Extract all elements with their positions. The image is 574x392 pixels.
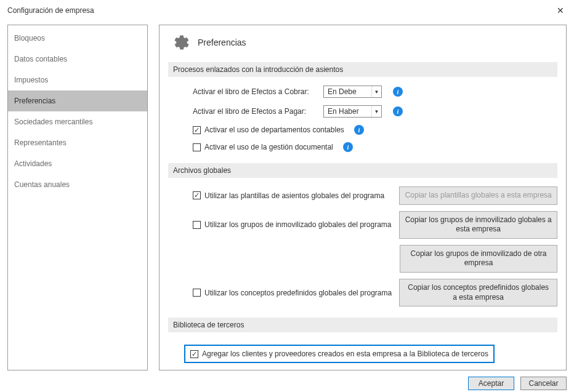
chevron-down-icon: ▼: [371, 106, 381, 117]
checkbox-plantillas[interactable]: [193, 191, 201, 199]
sidebar: Bloqueos Datos contables Impuestos Prefe…: [7, 25, 148, 370]
info-icon[interactable]: i: [393, 87, 403, 97]
gear-icon: [173, 34, 190, 51]
row-gestion-documental: Activar el uso de la gestión documental …: [168, 142, 557, 152]
highlight-biblioteca: Agregar los clientes y proveedores cread…: [184, 345, 495, 363]
sidebar-item-actividades[interactable]: Actividades: [8, 153, 147, 174]
row-conceptos: Utilizar los conceptos predefinidos glob…: [168, 279, 557, 306]
checkbox-inmovilizado[interactable]: [193, 221, 201, 229]
row-efectos-cobrar: Activar el libro de Efectos a Cobrar: En…: [168, 86, 557, 98]
window-title: Configuración de empresa: [7, 6, 94, 15]
row-efectos-pagar: Activar el libro de Efectos a Pagar: En …: [168, 105, 557, 118]
label-gestion-documental: Activar el uso de la gestión documental: [204, 143, 333, 151]
accept-button[interactable]: Aceptar: [468, 377, 514, 390]
checkbox-gestion-documental[interactable]: [193, 143, 201, 151]
sidebar-item-bloqueos[interactable]: Bloqueos: [8, 28, 147, 49]
select-value: En Haber: [324, 107, 371, 116]
sidebar-item-sociedades[interactable]: Sociedades mercantiles: [8, 111, 147, 132]
label-conceptos: Utilizar los conceptos predefinidos glob…: [204, 289, 392, 297]
checkbox-conceptos[interactable]: [193, 289, 201, 297]
sidebar-item-cuentas-anuales[interactable]: Cuentas anuales: [8, 174, 147, 195]
main-area: Bloqueos Datos contables Impuestos Prefe…: [0, 21, 574, 370]
copy-inmovilizado-global-button[interactable]: Copiar los grupos de inmovilizado global…: [399, 211, 557, 239]
select-efectos-cobrar[interactable]: En Debe ▼: [323, 86, 382, 98]
content-header: Preferencias: [173, 34, 557, 51]
copy-inmovilizado-otra-button[interactable]: Copiar los grupos de inmovilizado de otr…: [400, 245, 557, 273]
label-efectos-cobrar: Activar el libro de Efectos a Cobrar:: [193, 87, 316, 96]
section-header-biblioteca: Biblioteca de terceros: [168, 318, 557, 332]
row-inmovilizado: Utilizar los grupos de inmovilizado glob…: [168, 211, 557, 239]
label-efectos-pagar: Activar el libro de Efectos a Pagar:: [193, 107, 316, 116]
copy-plantillas-button: Copiar las plantillas globales a esta em…: [399, 186, 557, 205]
sidebar-item-datos-contables[interactable]: Datos contables: [8, 49, 147, 70]
label-plantillas: Utilizar las plantillas de asientos glob…: [204, 191, 384, 200]
label-inmovilizado: Utilizar los grupos de inmovilizado glob…: [204, 220, 392, 229]
row-inmovilizado-otra: Copiar los grupos de inmovilizado de otr…: [400, 245, 557, 273]
checkbox-departamentos[interactable]: [193, 126, 201, 134]
section-header-archivos: Archivos globales: [168, 163, 557, 178]
section-header-procesos: Procesos enlazados con la introducción d…: [168, 62, 557, 77]
chevron-down-icon: ▼: [371, 86, 381, 97]
content-panel: Preferencias Procesos enlazados con la i…: [159, 25, 567, 370]
page-title: Preferencias: [198, 38, 246, 47]
info-icon[interactable]: i: [354, 125, 364, 135]
select-efectos-pagar[interactable]: En Haber ▼: [323, 105, 382, 118]
info-icon[interactable]: i: [393, 106, 403, 116]
sidebar-item-preferencias[interactable]: Preferencias: [8, 90, 147, 111]
label-biblioteca: Agregar los clientes y proveedores cread…: [202, 350, 488, 358]
footer: Aceptar Cancelar: [0, 370, 574, 390]
cancel-button[interactable]: Cancelar: [520, 377, 567, 390]
select-value: En Debe: [324, 87, 371, 96]
titlebar: Configuración de empresa ✕: [0, 0, 574, 21]
row-departamentos: Activar el uso de departamentos contable…: [168, 125, 557, 135]
label-departamentos: Activar el uso de departamentos contable…: [204, 126, 344, 134]
info-icon[interactable]: i: [343, 142, 353, 152]
checkbox-biblioteca[interactable]: [190, 350, 198, 358]
sidebar-item-representantes[interactable]: Representantes: [8, 132, 147, 153]
sidebar-item-impuestos[interactable]: Impuestos: [8, 70, 147, 90]
copy-conceptos-button[interactable]: Copiar los conceptos predefinidos global…: [399, 279, 557, 306]
close-icon[interactable]: ✕: [553, 5, 568, 16]
row-plantillas: Utilizar las plantillas de asientos glob…: [168, 186, 557, 205]
